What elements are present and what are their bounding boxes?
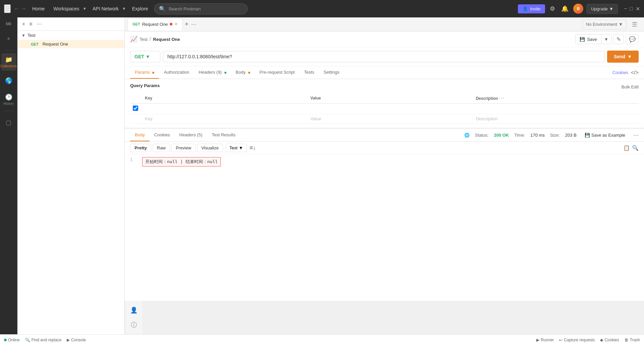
breadcrumb-separator: / (150, 36, 151, 42)
workspaces-button[interactable]: Workspaces (51, 5, 82, 13)
save-dropdown-button[interactable]: ▼ (601, 35, 611, 44)
avatar[interactable]: B (573, 4, 583, 14)
api-network-dropdown[interactable]: API Network ▼ (90, 5, 126, 13)
param-row-empty-value[interactable] (310, 116, 470, 121)
send-button[interactable]: Send ▼ (607, 51, 639, 63)
maximize-button[interactable]: □ (630, 6, 633, 12)
settings-tab[interactable]: Settings (319, 66, 344, 79)
params-tab[interactable]: Params (130, 66, 159, 79)
breadcrumb-bar: 📈 Test / Request One 💾 Save ▼ ✎ 💬 (125, 31, 644, 47)
headers-tab[interactable]: Headers (9) (194, 66, 231, 79)
code-button[interactable]: </> (631, 70, 639, 76)
runner-item[interactable]: ▶ Runner (536, 338, 554, 342)
settings-button[interactable]: ⚙ (548, 4, 556, 14)
size-value: 203 B (565, 133, 577, 138)
resp-sort-button[interactable]: ≡↓ (250, 144, 256, 151)
environment-selector[interactable]: No Environment ▼ (582, 19, 627, 29)
bulk-edit-button[interactable]: Bulk Edit (622, 84, 639, 89)
resp-test-results-tab[interactable]: Test Results (207, 129, 240, 141)
new-collection-button[interactable]: + (21, 20, 26, 28)
breadcrumb-collection[interactable]: Test (140, 37, 148, 42)
upgrade-button[interactable]: Upgrade ▼ (587, 4, 618, 14)
raw-button[interactable]: Raw (153, 144, 170, 152)
cookies-link[interactable]: Cookies (612, 70, 628, 75)
console-item[interactable]: ▶ Console (67, 338, 86, 342)
authorization-tab[interactable]: Authorization (159, 66, 194, 79)
url-input[interactable] (163, 51, 604, 62)
home-button[interactable]: Home (30, 5, 47, 13)
visualize-button[interactable]: Visualize (197, 144, 223, 152)
tab-close-button[interactable]: ✕ (174, 22, 178, 26)
sort-collections-button[interactable]: ≡ (29, 20, 33, 28)
environments-sidebar-button[interactable]: 🌎 (1, 72, 16, 89)
params-more-button[interactable]: ⋯ (499, 95, 504, 101)
find-replace-item[interactable]: 🔍 Find and replace (25, 338, 61, 342)
more-collections-button[interactable]: ⋯ (36, 20, 43, 28)
notifications-button[interactable]: 🔔 (560, 4, 570, 14)
explore-button[interactable]: Explore (129, 5, 151, 13)
mock-sidebar-button[interactable]: ▢ (1, 114, 16, 131)
online-label: Online (8, 338, 20, 342)
hamburger-menu-button[interactable]: ☰ (4, 4, 11, 13)
add-tab-button[interactable]: + (183, 19, 190, 29)
cookies-item[interactable]: ◆ Cookies (600, 338, 619, 342)
more-tabs-button[interactable]: ⋯ (190, 20, 198, 29)
minimize-button[interactable]: − (624, 6, 627, 12)
right-sidebar-button-2[interactable]: ⓘ (127, 318, 141, 332)
save-example-button[interactable]: 💾 Save as Example (582, 131, 628, 139)
collections-sidebar-button[interactable]: 📁 Collections (1, 53, 16, 71)
edit-action-button[interactable]: ✎ (613, 34, 624, 44)
param-row-empty-desc[interactable] (476, 116, 636, 121)
param-row-empty-key[interactable] (145, 116, 305, 121)
tests-tab[interactable]: Tests (300, 66, 319, 79)
trash-item[interactable]: 🗑 Trash (625, 338, 640, 342)
capture-label: Capture requests (564, 338, 595, 342)
resp-action-buttons: 📋 🔍 (623, 145, 639, 151)
collections-sidebar-label: Collections (0, 64, 17, 68)
sidebar-toggle-button[interactable]: ☰ (628, 18, 641, 31)
param-row-1-key[interactable] (145, 106, 305, 111)
request-tab-one[interactable]: GET Request One ✕ (127, 18, 183, 30)
format-type-selector[interactable]: Text ▼ (226, 144, 247, 152)
upgrade-chevron: ▼ (609, 6, 613, 11)
request-item-one[interactable]: GET Request One (17, 40, 124, 48)
workspaces-dropdown[interactable]: Workspaces ▼ (51, 5, 87, 13)
param-row-empty (130, 114, 639, 124)
pretty-button[interactable]: Pretty (130, 144, 151, 152)
preview-button[interactable]: Preview (171, 144, 196, 152)
breadcrumb-request: Request One (153, 37, 180, 42)
invite-button[interactable]: 👤 Invite (518, 4, 545, 13)
copy-response-button[interactable]: 📋 (623, 145, 630, 151)
search-bar[interactable]: 🔍 Search Postman (154, 3, 248, 14)
body-tab[interactable]: Body (231, 66, 255, 79)
comment-action-button[interactable]: 💬 (626, 34, 639, 44)
resp-headers-tab[interactable]: Headers (5) (175, 129, 207, 141)
params-active-dot (152, 72, 154, 74)
api-network-button[interactable]: API Network (90, 5, 121, 13)
back-button[interactable]: ← (14, 6, 19, 12)
capture-item[interactable]: ↜ Capture requests (559, 338, 595, 342)
pre-request-tab[interactable]: Pre-request Script (255, 66, 300, 79)
resp-body-tab[interactable]: Body (130, 129, 150, 141)
resp-more-button[interactable]: ⋯ (633, 132, 639, 138)
search-response-button[interactable]: 🔍 (632, 145, 639, 151)
param-row-1-desc[interactable] (476, 106, 636, 111)
online-status[interactable]: Online (4, 338, 20, 342)
forward-button[interactable]: → (21, 6, 26, 12)
param-row-1-checkbox[interactable] (133, 106, 138, 111)
right-sidebar-button-1[interactable]: 👤 (127, 303, 141, 317)
collections-panel: + ≡ ⋯ ▼ Test GET Request One (17, 17, 125, 334)
method-selector[interactable]: GET ▼ (130, 51, 160, 62)
save-button[interactable]: 💾 Save (576, 35, 601, 44)
tab-modified-dot (170, 23, 172, 25)
history-sidebar-button[interactable]: 🕐 History (1, 91, 16, 108)
url-bar: GET ▼ Send ▼ (125, 47, 644, 66)
resp-cookies-tab[interactable]: Cookies (150, 129, 175, 141)
close-button[interactable]: ✕ (636, 6, 640, 12)
cookies-status-icon: ◆ (600, 338, 603, 342)
collection-item-test[interactable]: ▼ Test (17, 31, 124, 40)
param-row-1-value[interactable] (310, 106, 470, 111)
environments-icon: 🌎 (5, 77, 12, 84)
workspace-name-label: bib (6, 20, 11, 27)
new-sidebar-button[interactable]: + (1, 30, 16, 48)
